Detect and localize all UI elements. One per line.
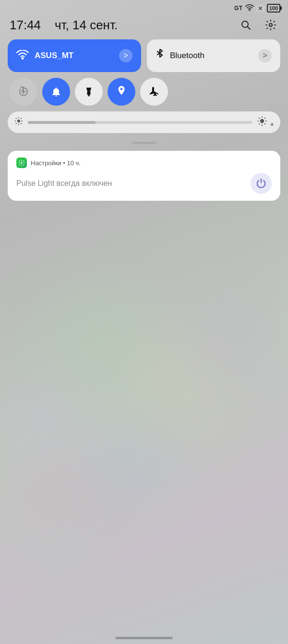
auto-brightness-label: A: [271, 122, 274, 127]
bluetooth-name: Bluetooth: [170, 51, 252, 61]
notification-body: Pulse Light всегда включен: [16, 173, 272, 194]
brightness-control[interactable]: A: [8, 111, 280, 133]
settings-button[interactable]: [263, 17, 278, 33]
svg-point-9: [260, 119, 264, 123]
wifi-tile-icon: [16, 49, 29, 62]
bluetooth-icon: [156, 49, 164, 62]
notification-power-button[interactable]: [251, 173, 272, 194]
svg-point-7: [120, 88, 123, 90]
drag-handle[interactable]: [132, 142, 156, 144]
status-bar: GT ✕ 100: [0, 0, 288, 14]
battery-level: 100: [269, 5, 278, 11]
notification-card[interactable]: Настройки • 10 ч. Pulse Light всегда вкл…: [8, 151, 280, 201]
svg-point-10: [21, 162, 23, 164]
brightness-auto-icon: A: [257, 116, 274, 128]
bluetooth-tile[interactable]: Bluetooth >: [147, 39, 280, 72]
notification-app-header: Настройки • 10 ч.: [16, 158, 272, 168]
search-button[interactable]: [238, 17, 253, 33]
wifi-status-icon: [245, 4, 254, 12]
wifi-name: ASUS_MT: [35, 51, 113, 61]
brightness-slider[interactable]: [28, 121, 252, 124]
notification-app-name: Настройки • 10 ч.: [31, 159, 81, 167]
bluetooth-expand-arrow[interactable]: >: [258, 49, 272, 62]
x-icon: ✕: [256, 5, 264, 12]
home-indicator[interactable]: [115, 637, 173, 639]
bell-button[interactable]: [42, 78, 70, 106]
notification-header: 17:44 чт, 14 сент.: [0, 14, 288, 39]
svg-rect-5: [87, 91, 91, 95]
battery-indicator: 100: [267, 4, 280, 12]
brand-text: GT: [234, 5, 243, 12]
airplane-button[interactable]: [140, 78, 168, 106]
svg-rect-6: [88, 95, 89, 97]
brightness-min-icon: [14, 117, 23, 128]
icon-buttons-row: [8, 78, 280, 106]
settings-app-icon: [16, 158, 27, 168]
wifi-expand-arrow[interactable]: >: [119, 49, 132, 62]
time-date-display: 17:44 чт, 14 сент.: [10, 18, 118, 33]
wifi-tile[interactable]: ASUS_MT >: [8, 39, 141, 72]
time-display: 17:44 чт, 14 сент.: [10, 18, 118, 32]
notification-message: Pulse Light всегда включен: [16, 179, 251, 188]
location-button[interactable]: [108, 78, 135, 106]
svg-point-2: [269, 24, 272, 26]
quick-settings-panel: ASUS_MT > Bluetooth >: [0, 39, 288, 133]
rotate-button[interactable]: [10, 78, 37, 106]
svg-line-1: [248, 27, 251, 30]
svg-point-8: [17, 120, 20, 122]
torch-button[interactable]: [75, 78, 103, 106]
